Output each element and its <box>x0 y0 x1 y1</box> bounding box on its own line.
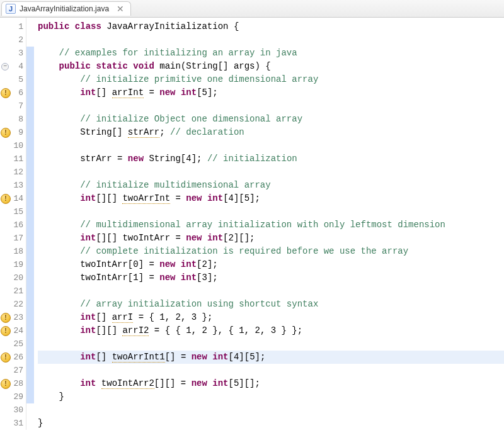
coverage-cell <box>26 20 34 33</box>
line-number: 24 <box>0 324 26 337</box>
line-number: 18 <box>0 245 26 258</box>
close-icon[interactable]: ✕ <box>117 4 124 13</box>
line-number: 2 <box>0 33 26 47</box>
line-number: 3 <box>0 47 26 60</box>
code-line[interactable]: // initialize Object one dimensional arr… <box>38 113 504 126</box>
line-number: 14 <box>0 192 26 205</box>
coverage-cell <box>26 47 34 60</box>
code-line[interactable]: public class JavaArrayInitialization { <box>38 20 504 33</box>
coverage-cell <box>26 298 34 311</box>
line-number: 15 <box>0 205 26 218</box>
coverage-cell <box>26 166 34 179</box>
coverage-cell <box>26 337 34 351</box>
code-line[interactable] <box>38 99 504 113</box>
code-line[interactable]: public static void main(String[] args) { <box>38 60 504 73</box>
line-number: 1 <box>0 20 26 33</box>
code-line[interactable]: } <box>38 390 504 403</box>
coverage-cell <box>26 179 34 192</box>
coverage-ruler <box>26 18 34 430</box>
coverage-cell <box>26 403 34 417</box>
line-number: 17 <box>0 232 26 245</box>
code-line[interactable]: // initialize primitive one dimensional … <box>38 73 504 86</box>
coverage-cell <box>26 33 34 47</box>
line-number: 16 <box>0 218 26 232</box>
code-line[interactable] <box>38 284 504 298</box>
coverage-cell <box>26 390 34 403</box>
line-number: 20 <box>0 271 26 284</box>
coverage-cell <box>26 377 34 390</box>
line-number: 30 <box>0 403 26 417</box>
code-line[interactable]: // array initialization using shortcut s… <box>38 298 504 311</box>
code-line[interactable]: int[][] twoIntArr = new int[2][]; <box>38 232 504 245</box>
coverage-cell <box>26 192 34 205</box>
line-number-gutter: 1234−56789101112131415161718192021222324… <box>0 18 26 430</box>
line-number: 23 <box>0 311 26 324</box>
line-number: 13 <box>0 179 26 192</box>
line-number: 22 <box>0 298 26 311</box>
code-line[interactable] <box>38 166 504 179</box>
coverage-cell <box>26 245 34 258</box>
line-number: 19 <box>0 258 26 271</box>
editor-tab[interactable]: J JavaArrayInitialization.java ✕ <box>1 1 131 16</box>
line-number: 8 <box>0 113 26 126</box>
code-area[interactable]: public class JavaArrayInitialization { /… <box>34 18 504 430</box>
code-line[interactable]: // complete initialization is required b… <box>38 245 504 258</box>
coverage-cell <box>26 113 34 126</box>
code-line[interactable]: int[] arrInt = new int[5]; <box>38 86 504 99</box>
tab-filename: JavaArrayInitialization.java <box>20 4 109 13</box>
code-line[interactable]: strArr = new String[4]; // initializatio… <box>38 152 504 166</box>
fold-icon[interactable]: − <box>1 63 9 70</box>
line-number: 5 <box>0 73 26 86</box>
code-line[interactable] <box>38 33 504 47</box>
coverage-cell <box>26 271 34 284</box>
code-line[interactable]: twoIntArr[1] = new int[3]; <box>38 271 504 284</box>
coverage-cell <box>26 311 34 324</box>
coverage-cell <box>26 205 34 218</box>
line-number: 11 <box>0 152 26 166</box>
code-line[interactable] <box>38 337 504 351</box>
coverage-cell <box>26 324 34 337</box>
coverage-cell <box>26 364 34 377</box>
coverage-cell <box>26 73 34 86</box>
line-number: 21 <box>0 284 26 298</box>
coverage-cell <box>26 99 34 113</box>
code-line[interactable]: } <box>38 417 504 430</box>
code-line[interactable] <box>38 364 504 377</box>
coverage-cell <box>26 218 34 232</box>
line-number: 26 <box>0 351 26 364</box>
coverage-cell <box>26 232 34 245</box>
coverage-cell <box>26 60 34 73</box>
line-number: 7 <box>0 99 26 113</box>
code-line[interactable]: // initialize multidimensional array <box>38 179 504 192</box>
code-line[interactable]: // examples for initializing an array in… <box>38 47 504 60</box>
code-line[interactable] <box>38 403 504 417</box>
line-number: 27 <box>0 364 26 377</box>
code-line[interactable]: // multidimensional array initialization… <box>38 218 504 232</box>
coverage-cell <box>26 152 34 166</box>
line-number: 28 <box>0 377 26 390</box>
line-number: 10 <box>0 139 26 152</box>
coverage-cell <box>26 351 34 364</box>
line-number: 9 <box>0 126 26 139</box>
code-line[interactable]: twoIntArr[0] = new int[2]; <box>38 258 504 271</box>
line-number: 6 <box>0 86 26 99</box>
code-line[interactable]: int[] arrI = { 1, 2, 3 }; <box>38 311 504 324</box>
code-line[interactable]: String[] strArr; // declaration <box>38 126 504 139</box>
coverage-cell <box>26 258 34 271</box>
editor-tab-bar: J JavaArrayInitialization.java ✕ <box>0 0 504 18</box>
code-line[interactable]: int[][] twoArrInt = new int[4][5]; <box>38 192 504 205</box>
code-line[interactable]: int twoIntArr2[][] = new int[5][]; <box>38 377 504 390</box>
coverage-cell <box>26 126 34 139</box>
java-file-icon: J <box>6 4 16 14</box>
line-number: 4− <box>0 60 26 73</box>
line-number: 31 <box>0 417 26 430</box>
coverage-cell <box>26 284 34 298</box>
code-line[interactable] <box>38 139 504 152</box>
code-line[interactable]: int[] twoArrInt1[] = new int[4][5]; <box>38 351 504 364</box>
coverage-cell <box>26 417 34 430</box>
coverage-cell <box>26 139 34 152</box>
line-number: 12 <box>0 166 26 179</box>
code-editor[interactable]: 1234−56789101112131415161718192021222324… <box>0 18 504 430</box>
code-line[interactable] <box>38 205 504 218</box>
code-line[interactable]: int[][] arrI2 = { { 1, 2 }, { 1, 2, 3 } … <box>38 324 504 337</box>
